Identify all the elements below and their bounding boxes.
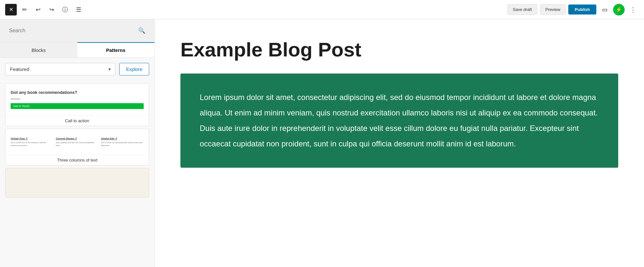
pattern-label-cta: Call to action — [5, 115, 149, 126]
undo-icon: ↩ — [36, 6, 41, 13]
cta-preview-button: Get In Touch — [11, 103, 144, 109]
lightning-button[interactable]: ⚡ — [613, 4, 625, 15]
green-block[interactable]: Lorem ipsum dolor sit amet, consectetur … — [180, 74, 618, 168]
search-area: 🔍 — [0, 19, 154, 42]
main-layout: 🔍 Blocks Patterns Featured All Text Medi… — [0, 19, 644, 267]
list-item[interactable]: Got any book recommendations? Get In Tou… — [5, 83, 149, 126]
undo-button[interactable]: ↩ — [32, 4, 44, 15]
toolbar-left: ✕ ✏ ↩ ↪ ⓘ ☰ — [5, 4, 505, 15]
pattern-preview-cols: Virtual Tour ↗ Get a virtual tour of the… — [5, 129, 149, 155]
search-input[interactable] — [9, 28, 138, 34]
toolbar: ✕ ✏ ↩ ↪ ⓘ ☰ Save draft Preview Publish ▭… — [0, 0, 644, 19]
col-text-3: Get to know our opening times, ticket pr… — [101, 141, 144, 147]
pattern-preview-cta: Got any book recommendations? Get In Tou… — [5, 84, 149, 115]
list-item[interactable] — [5, 168, 149, 198]
tab-patterns[interactable]: Patterns — [77, 42, 155, 57]
sidebar-tabs: Blocks Patterns — [0, 42, 154, 58]
search-icon: 🔍 — [138, 27, 145, 34]
pattern-preview-beige — [5, 168, 149, 197]
col-preview-1: Virtual Tour ↗ Get a virtual tour of the… — [11, 137, 53, 147]
more-options-button[interactable]: ⋮ — [627, 4, 639, 15]
cta-preview-content: Got any book recommendations? Get In Tou… — [11, 90, 144, 109]
list-item[interactable]: Virtual Tour ↗ Get a virtual tour of the… — [5, 129, 149, 165]
search-wrapper: 🔍 — [5, 25, 149, 37]
cta-preview-title: Got any book recommendations? — [11, 90, 144, 95]
pattern-label-cols: Three columns of text — [5, 155, 149, 165]
close-button[interactable]: ✕ — [5, 4, 17, 15]
preview-button[interactable]: Preview — [540, 4, 566, 15]
save-draft-button[interactable]: Save draft — [507, 4, 537, 15]
col-title-2: Current Shows ↗ — [56, 137, 98, 140]
block-text: Lorem ipsum dolor sit amet, consectetur … — [200, 90, 599, 152]
post-title: Example Blog Post — [180, 39, 618, 61]
view-toggle-icon: ▭ — [602, 6, 608, 13]
more-icon: ⋮ — [630, 6, 636, 13]
col-text-2: Stay updated and see our current exhibit… — [56, 141, 98, 147]
cols-preview-content: Virtual Tour ↗ Get a virtual tour of the… — [11, 137, 144, 147]
explore-button[interactable]: Explore — [119, 63, 149, 75]
publish-button[interactable]: Publish — [568, 5, 596, 15]
edit-icon: ✏ — [22, 6, 27, 13]
tab-blocks[interactable]: Blocks — [0, 42, 77, 57]
list-icon: ☰ — [76, 6, 81, 13]
col-title-1: Virtual Tour ↗ — [11, 137, 53, 140]
pattern-list: Got any book recommendations? Get In Tou… — [0, 81, 154, 203]
filter-row: Featured All Text Media Header Footer ▼ … — [0, 58, 154, 81]
view-toggle-button[interactable]: ▭ — [599, 4, 610, 15]
col-preview-2: Current Shows ↗ Stay updated and see our… — [56, 137, 98, 147]
close-icon: ✕ — [9, 6, 13, 13]
info-icon: ⓘ — [62, 6, 68, 14]
info-button[interactable]: ⓘ — [59, 4, 71, 15]
sidebar: 🔍 Blocks Patterns Featured All Text Medi… — [0, 19, 155, 267]
redo-button[interactable]: ↪ — [46, 4, 57, 15]
cta-divider — [11, 99, 20, 99]
redo-icon: ↪ — [49, 6, 54, 13]
col-text-1: Get a virtual tour of the museum, ideal … — [11, 141, 53, 147]
col-title-3: Useful Info ↗ — [101, 137, 144, 140]
editor-area[interactable]: Example Blog Post Lorem ipsum dolor sit … — [155, 19, 644, 267]
edit-button[interactable]: ✏ — [19, 4, 30, 15]
category-select[interactable]: Featured All Text Media Header Footer — [5, 63, 115, 75]
filter-select-wrapper: Featured All Text Media Header Footer ▼ — [5, 63, 115, 75]
col-preview-3: Useful Info ↗ Get to know our opening ti… — [101, 137, 144, 147]
list-button[interactable]: ☰ — [73, 4, 84, 15]
lightning-icon: ⚡ — [616, 6, 622, 13]
toolbar-right: Save draft Preview Publish ▭ ⚡ ⋮ — [507, 4, 639, 15]
